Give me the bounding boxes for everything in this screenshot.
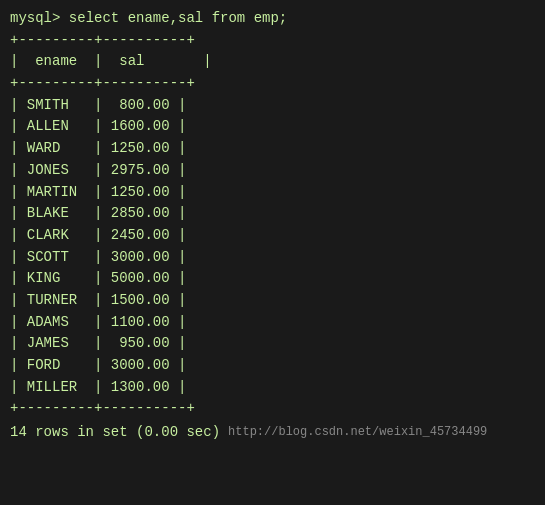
terminal-content: mysql> select ename,sal from emp; +-----… (10, 8, 535, 95)
status-text: 14 rows in set (0.00 sec) (10, 424, 220, 440)
top-border: +---------+----------+ (10, 32, 195, 48)
watermark: http://blog.csdn.net/weixin_45734499 (228, 425, 487, 439)
table-row: | KING | 5000.00 | (10, 268, 535, 290)
table-row: | TURNER | 1500.00 | (10, 290, 535, 312)
table-row: | JONES | 2975.00 | (10, 160, 535, 182)
table-row: | SCOTT | 3000.00 | (10, 247, 535, 269)
header-border: +---------+----------+ (10, 75, 195, 91)
status-line: 14 rows in set (0.00 sec) http://blog.cs… (10, 424, 535, 440)
table-rows: | SMITH | 800.00 || ALLEN | 1600.00 || W… (10, 95, 535, 399)
command-query: select ename,sal from emp; (60, 10, 287, 26)
command-prompt: mysql> (10, 10, 60, 26)
table-row: | WARD | 1250.00 | (10, 138, 535, 160)
table-row: | ADAMS | 1100.00 | (10, 312, 535, 334)
bottom-border: +---------+----------+ (10, 398, 535, 420)
table-row: | FORD | 3000.00 | (10, 355, 535, 377)
header-sal: sal (111, 53, 195, 69)
table-row: | ALLEN | 1600.00 | (10, 116, 535, 138)
table-row: | MILLER | 1300.00 | (10, 377, 535, 399)
header-ename: ename (27, 53, 77, 69)
table-row: | SMITH | 800.00 | (10, 95, 535, 117)
table-row: | BLAKE | 2850.00 | (10, 203, 535, 225)
table-row: | MARTIN | 1250.00 | (10, 182, 535, 204)
table-row: | CLARK | 2450.00 | (10, 225, 535, 247)
table-row: | JAMES | 950.00 | (10, 333, 535, 355)
terminal: mysql> select ename,sal from emp; +-----… (0, 0, 545, 505)
